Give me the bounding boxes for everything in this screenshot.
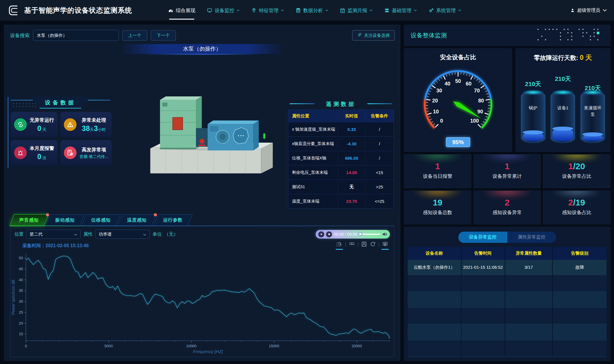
nav-item-4[interactable]: 数据分析 [290, 0, 334, 21]
nav-item-6[interactable]: 基础管理 [378, 0, 423, 21]
overview-top-row: 安全设备占比 0102030405060708090100 95% 零故障运行天… [404, 48, 610, 152]
stat-card-3: 1/20设备异常占比 [543, 154, 610, 188]
svg-text:Frequency [HZ]: Frequency [HZ] [193, 349, 223, 354]
save-image-icon[interactable] [361, 241, 367, 247]
sense-tab-label: 运行参数 [163, 217, 183, 223]
alarm-table-empty-row [408, 340, 607, 357]
follow-device-label: 关注设备选择 [364, 33, 390, 38]
prev-device-button[interactable]: 上一个 [122, 30, 147, 41]
monitor-icon [207, 8, 212, 13]
audio-player: 00:00 / 00:00 [316, 230, 390, 239]
telemetry-table: 属性位置实时值告警条件x 轴加速度值_泵体末端0.33/x轴直流分量_泵体末端-… [288, 110, 394, 209]
nav-item-1[interactable]: 综合展现 [162, 0, 201, 21]
alarm-tab-2[interactable]: 属性异常监控 [507, 232, 556, 243]
stat-card-glow [482, 154, 532, 161]
zero-fault-value: 0 天 [580, 54, 592, 61]
player-seek-knob[interactable] [359, 232, 362, 236]
nav-item-5[interactable]: 监测月报 [334, 0, 378, 21]
alarm-tab-1[interactable]: 设备异常监控 [458, 232, 507, 243]
cylinder-device-name: 设备1 [552, 104, 573, 111]
nav-item-label: 数据分析 [303, 7, 323, 14]
device-card-title: 本月度报警 [30, 145, 54, 152]
stat-card-6: 2/19感知设备占比 [543, 190, 610, 224]
stat-card-glow [412, 190, 463, 198]
device-data-cards: 无异常运行0 天异常未处理38天3小时本月度报警0 次高发异常项音频-第二代传.… [11, 112, 110, 165]
cylinder: 浆液循环泵 [581, 92, 605, 143]
telemetry-header-cell: 实时值 [338, 112, 365, 121]
svg-text:35: 35 [19, 288, 23, 293]
alert-badge-dot [46, 213, 49, 216]
telemetry-condition-cell: <=25 [365, 197, 394, 205]
play-button[interactable] [318, 231, 324, 237]
telemetry-condition-cell: <15 [365, 169, 394, 177]
volume-icon[interactable] [382, 232, 387, 237]
device-data-card: 本月度报警0 次 [11, 140, 58, 165]
model-device-title: 水泵（勿操作） [122, 44, 283, 54]
gauge-title: 安全设备占比 [404, 53, 512, 61]
chevron-down-icon [281, 9, 284, 12]
attribute-select[interactable]: 功率谱 [96, 230, 150, 239]
sense-tab-2[interactable]: 振动感知 [45, 214, 85, 226]
stop-button[interactable] [326, 231, 332, 237]
database-icon [295, 8, 301, 13]
zoom-reset-icon[interactable] [349, 241, 355, 247]
telemetry-attr-cell: x 轴加速度值_泵体末端 [288, 125, 338, 134]
sense-tab-5[interactable]: 运行参数 [153, 214, 192, 226]
cylinder-days-label: 210天 [549, 75, 577, 83]
sense-tab-4[interactable]: 温度感知 [117, 214, 157, 226]
svg-text:0: 0 [25, 344, 27, 348]
attribute-select-value: 功率谱 [99, 232, 112, 237]
alarm-table-row[interactable]: 云酷水泵（勿操作1）2021-01-15 11:06:523/17故障 [408, 260, 607, 275]
follow-device-button[interactable]: 关注设备选择 [352, 30, 395, 41]
top-navigation-bar: 基于智能声学的设备状态监测系统 综合展现设备监控特征管理数据分析监测月报基础管理… [0, 0, 614, 21]
svg-text:40: 40 [19, 278, 23, 282]
spectrum-chart[interactable]: 152025303540455005000100001500020000Freq… [10, 251, 394, 355]
stat-card-grid: 1设备当日报警1设备异常累计1/20设备异常占比19感知设备总数2感知设备异常2… [404, 154, 610, 224]
alarm-tab-group: 设备异常监控属性异常监控 [408, 232, 607, 243]
stat-card-value: 2 [474, 198, 541, 207]
telemetry-condition-cell: / [365, 154, 394, 162]
paperclip-icon [357, 33, 362, 38]
sense-tab-3[interactable]: 位移感知 [81, 214, 121, 226]
alarm-header-cell: 告警级别 [553, 247, 607, 260]
cylinder: 设备1 [551, 92, 575, 143]
next-device-button[interactable]: 下一个 [151, 30, 176, 41]
svg-text:50: 50 [455, 78, 461, 84]
sense-tab-1[interactable]: 声音感知 [9, 214, 49, 226]
pump-3d-model[interactable] [137, 83, 281, 184]
app-logo-icon [7, 4, 20, 17]
device-search-input[interactable] [33, 30, 119, 41]
position-select[interactable]: 第二代 [26, 230, 81, 239]
nav-item-2[interactable]: 设备监控 [201, 0, 245, 21]
nav-item-label: 系统管理 [436, 7, 456, 14]
unit-label: 单位 （无） [152, 231, 178, 237]
stat-card-label: 感知设备占比 [543, 209, 610, 216]
player-seek-slider[interactable] [359, 234, 380, 235]
telemetry-value-cell: 无 [338, 182, 365, 191]
data-view-icon[interactable] [382, 241, 388, 247]
alarm-table-empty-row [408, 324, 607, 340]
zoom-select-icon[interactable] [336, 241, 342, 247]
cylinder-top-glow [582, 90, 603, 95]
nav-item-3[interactable]: 特征管理 [245, 0, 290, 21]
alarm-table-cell: 故障 [553, 260, 607, 275]
sense-tab-strip: 声音感知振动感知位移感知温度感知运行参数 [12, 214, 192, 226]
sense-tab-label: 位移感知 [91, 217, 111, 223]
nav-item-label: 综合展现 [176, 7, 195, 14]
device-card-value: 0 天 [30, 124, 54, 133]
nav-item-7[interactable]: 系统管理 [423, 0, 467, 21]
nav-item-label: 设备监控 [215, 7, 234, 14]
device-data-header: 设备数据 [11, 97, 110, 109]
server-icon [384, 8, 390, 13]
stat-card-value: 19 [404, 198, 471, 207]
user-menu[interactable]: 超级管理员 [570, 7, 607, 14]
svg-text:50: 50 [19, 256, 23, 260]
chevron-down-icon [414, 9, 417, 12]
cylinder-column: 210天锅炉 [519, 62, 547, 148]
safety-gauge-card: 安全设备占比 0102030405060708090100 95% [404, 48, 512, 152]
alarm-header-cell: 异常属性数量 [505, 247, 553, 260]
svg-text:20: 20 [432, 98, 438, 104]
restore-icon[interactable] [370, 241, 376, 247]
device-card-title: 异常未处理 [79, 117, 108, 123]
alert-badge-dot [154, 213, 157, 216]
